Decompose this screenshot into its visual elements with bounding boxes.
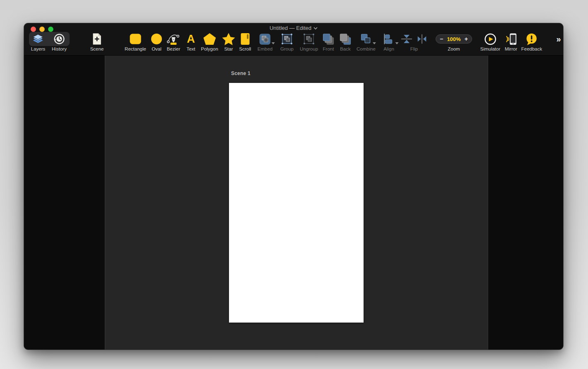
dropdown-caret-icon xyxy=(373,42,376,44)
zoom-stepper: − 100% + xyxy=(436,34,472,44)
toolbar-button-scroll[interactable]: Scroll xyxy=(239,32,251,51)
mirror-phone-icon xyxy=(505,32,517,46)
toolbar-button-front-label: Front xyxy=(323,46,334,51)
dropdown-caret-icon xyxy=(395,42,399,44)
polygon-icon xyxy=(203,32,216,46)
toolbar-button-combine[interactable]: Combine xyxy=(357,32,376,51)
add-scene-icon xyxy=(92,32,102,46)
zoom-value: 100% xyxy=(447,36,460,42)
toolbar-button-group[interactable]: Group xyxy=(280,32,294,51)
rectangle-icon xyxy=(129,32,142,46)
feedback-bubble-icon xyxy=(525,32,538,46)
toolbar-zoom-label: Zoom xyxy=(448,46,460,51)
window-title: Untitled — Edited xyxy=(270,25,311,31)
flip-icons xyxy=(400,32,428,46)
toolbar-overflow-button[interactable]: » xyxy=(556,34,561,44)
toolbar-button-simulator-label: Simulator xyxy=(480,46,501,51)
titlebar: Untitled — Edited xyxy=(24,25,563,31)
flip-vertical-icon xyxy=(400,33,413,45)
combine-icon xyxy=(360,32,372,46)
app-window: Untitled — Edited Layers xyxy=(24,23,563,350)
toolbar-button-polygon-label: Polygon xyxy=(201,46,218,51)
align-icon xyxy=(383,32,395,46)
toolbar-button-feedback[interactable]: Feedback xyxy=(521,32,542,51)
send-to-back-icon xyxy=(339,32,352,46)
embed-icon xyxy=(259,32,271,46)
toolbar-button-mirror-label: Mirror xyxy=(505,46,517,51)
canvas-area[interactable]: Scene 1 xyxy=(105,56,488,350)
toolbar-button-polygon[interactable]: Polygon xyxy=(201,32,218,51)
group-icon xyxy=(280,32,294,46)
left-panel xyxy=(24,56,105,350)
toolbar-button-ungroup[interactable]: Ungroup xyxy=(300,32,318,51)
toolbar-button-embed[interactable]: Embed xyxy=(258,32,272,51)
tab-layers[interactable]: Layers xyxy=(31,32,46,51)
star-icon xyxy=(222,32,235,46)
toolbar-button-scroll-label: Scroll xyxy=(239,46,251,51)
toolbar-button-flip-label: Flip xyxy=(410,46,418,51)
oval-icon xyxy=(151,32,162,46)
layers-icon xyxy=(32,32,44,46)
toolbar-zoom-control: − 100% + Zoom xyxy=(436,32,472,51)
toolbar-button-oval[interactable]: Oval xyxy=(151,32,162,51)
toolbar-button-scene[interactable]: Scene xyxy=(90,32,104,51)
toolbar-button-embed-label: Embed xyxy=(258,46,272,51)
toolbar-button-bezier-label: Bezier xyxy=(167,46,181,51)
toolbar-button-group-label: Group xyxy=(280,46,294,51)
bezier-pen-icon xyxy=(166,32,181,46)
toolbar-button-back-label: Back xyxy=(340,46,351,51)
toolbar-button-rectangle[interactable]: Rectangle xyxy=(125,32,146,51)
toolbar-button-combine-label: Combine xyxy=(357,46,376,51)
zoom-out-button[interactable]: − xyxy=(440,36,443,42)
toolbar-button-mirror[interactable]: Mirror xyxy=(505,32,517,51)
toolbar-button-star-label: Star xyxy=(224,46,233,51)
scene-artboard[interactable] xyxy=(229,83,364,323)
toolbar-button-align-label: Align xyxy=(383,46,394,51)
title-chevron-icon[interactable] xyxy=(313,25,318,31)
right-panel xyxy=(488,56,563,350)
bring-to-front-icon xyxy=(322,32,335,46)
toolbar-button-text[interactable]: A Text xyxy=(186,32,195,51)
window-chrome: Untitled — Edited Layers xyxy=(24,23,563,56)
simulator-play-icon xyxy=(484,32,496,46)
tab-history[interactable]: History xyxy=(52,32,67,51)
content-area: Scene 1 xyxy=(24,56,563,350)
toolbar-button-oval-label: Oval xyxy=(152,46,161,51)
toolbar-button-text-label: Text xyxy=(186,46,195,51)
toolbar-button-back[interactable]: Back xyxy=(339,32,352,51)
toolbar-button-feedback-label: Feedback xyxy=(521,46,542,51)
scene-stage: Scene 1 xyxy=(105,56,488,350)
tab-history-label: History xyxy=(52,46,67,51)
toolbar-button-simulator[interactable]: Simulator xyxy=(480,32,501,51)
dropdown-caret-icon xyxy=(272,42,275,44)
scroll-view-icon xyxy=(240,32,250,46)
history-icon xyxy=(53,32,65,46)
toolbar-button-scene-label: Scene xyxy=(90,46,104,51)
zoom-in-button[interactable]: + xyxy=(465,36,468,42)
text-tool-icon: A xyxy=(187,32,195,46)
toolbar-button-rectangle-label: Rectangle xyxy=(125,46,146,51)
toolbar-button-align[interactable]: Align xyxy=(383,32,395,51)
flip-horizontal-icon xyxy=(416,33,428,45)
tab-layers-label: Layers xyxy=(31,46,46,51)
toolbar-button-flip[interactable]: Flip xyxy=(400,32,428,51)
toolbar-button-star[interactable]: Star xyxy=(222,32,235,51)
scene-name-label[interactable]: Scene 1 xyxy=(231,70,251,76)
toolbar-button-front[interactable]: Front xyxy=(322,32,335,51)
ungroup-icon xyxy=(302,32,316,46)
toolbar-button-ungroup-label: Ungroup xyxy=(300,46,318,51)
toolbar-button-bezier[interactable]: Bezier xyxy=(166,32,181,51)
